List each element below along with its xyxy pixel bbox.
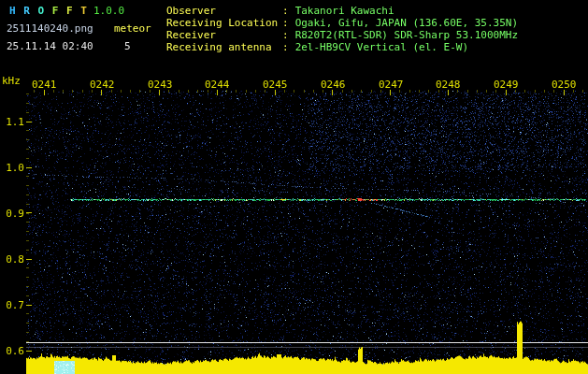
info-label: Receiving antenna xyxy=(166,41,282,53)
info-value: Ogaki, Gifu, JAPAN (136.60E, 35.35N) xyxy=(295,17,518,29)
info-value: 2el-HB9CV Vertical (el. E-W) xyxy=(295,41,468,53)
timestamp: 25.11.14 02:40 xyxy=(7,40,93,52)
info-separator: : xyxy=(282,5,289,17)
x-tick-label: 0243 xyxy=(148,79,173,91)
station-info: Observer:Takanori Kawachi Receiving Loca… xyxy=(166,5,518,53)
y-tick-label: 0.9 xyxy=(0,208,24,220)
y-tick-label: 0.7 xyxy=(0,299,24,311)
info-separator: : xyxy=(282,17,289,29)
app-version: 1.0.0 xyxy=(93,5,124,17)
info-label: Observer xyxy=(166,5,282,17)
app-title: H R O F F T xyxy=(9,5,88,17)
info-value: Takanori Kawachi xyxy=(295,5,394,17)
info-value: R820T2(RTL-SDR) SDR-Sharp 53.1000MHz xyxy=(295,29,518,41)
info-row-antenna: Receiving antenna:2el-HB9CV Vertical (el… xyxy=(166,41,518,53)
y-axis-unit: kHz xyxy=(2,75,21,87)
x-tick-label: 0246 xyxy=(321,79,346,91)
x-tick-label: 0248 xyxy=(436,79,461,91)
x-tick-label: 0249 xyxy=(494,79,519,91)
x-tick-label: 0244 xyxy=(205,79,230,91)
x-tick-label: 0242 xyxy=(90,79,115,91)
spectrogram-canvas xyxy=(0,0,588,374)
y-tick-label: 0.8 xyxy=(0,253,24,266)
mode-label: meteor xyxy=(114,22,151,35)
y-tick-label: 1.1 xyxy=(0,116,24,128)
info-row-observer: Observer:Takanori Kawachi xyxy=(166,5,518,17)
x-tick-label: 0247 xyxy=(379,79,404,91)
x-tick-label: 0250 xyxy=(552,79,577,91)
x-tick-label: 0245 xyxy=(263,79,288,91)
info-row-location: Receiving Location:Ogaki, Gifu, JAPAN (1… xyxy=(166,17,518,29)
info-separator: : xyxy=(282,29,289,41)
info-row-receiver: Receiver:R820T2(RTL-SDR) SDR-Sharp 53.10… xyxy=(166,29,518,41)
x-tick-label: 0241 xyxy=(32,79,57,91)
info-separator: : xyxy=(282,41,289,53)
y-tick-label: 0.6 xyxy=(0,345,24,357)
echo-count: 5 xyxy=(124,40,131,52)
hrofft-screen: { "app": { "title": "H R O F F T", "vers… xyxy=(0,0,588,374)
info-label: Receiving Location xyxy=(166,17,282,29)
output-filename: 2511140240.png xyxy=(7,22,93,35)
info-label: Receiver xyxy=(166,29,282,41)
y-tick-label: 1.0 xyxy=(0,162,24,174)
